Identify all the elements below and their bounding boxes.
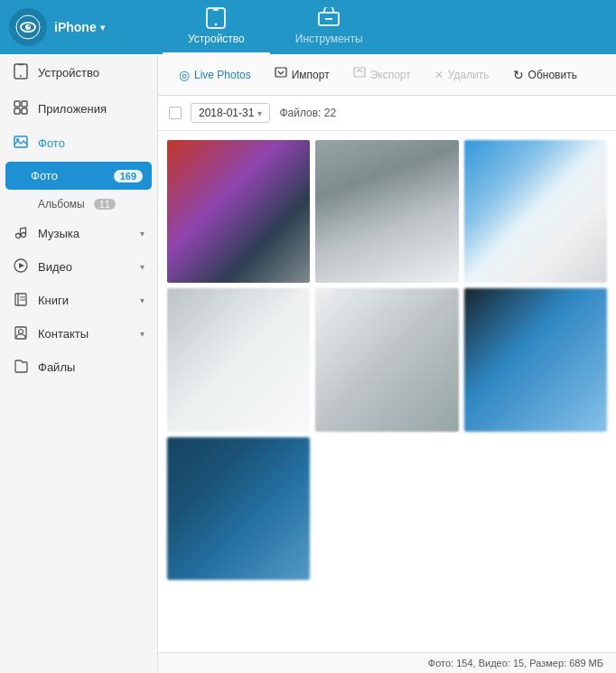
date-filter[interactable]: 2018-01-31 ▾	[191, 103, 270, 123]
svg-rect-15	[22, 108, 27, 114]
svg-marker-21	[19, 263, 24, 268]
photo-item[interactable]	[315, 288, 458, 431]
content-area: ◎ Live Photos Импорт	[158, 54, 616, 673]
photo-item[interactable]	[464, 288, 607, 431]
photo-item[interactable]	[167, 140, 310, 283]
photo-item[interactable]	[315, 140, 458, 283]
contacts-icon	[13, 325, 29, 342]
refresh-button[interactable]: ↻ Обновить	[503, 62, 587, 88]
sidebar-item-device[interactable]: Устройство	[0, 54, 157, 91]
export-icon	[353, 67, 366, 82]
books-chevron-icon: ▾	[140, 295, 145, 305]
photo-item[interactable]	[464, 140, 607, 283]
sidebar-item-books[interactable]: Книги ▾	[0, 284, 157, 317]
header-tabs: Устройство Инструменты	[163, 0, 388, 55]
status-bar: Фото: 154, Видео: 15, Размер: 689 МБ	[158, 652, 616, 673]
photo-item[interactable]	[167, 288, 310, 431]
live-photos-button[interactable]: ◎ Live Photos	[169, 62, 261, 88]
files-count: Файлов: 22	[279, 107, 336, 119]
import-icon	[275, 67, 287, 82]
books-icon	[13, 292, 29, 309]
tab-device[interactable]: Устройство	[163, 0, 270, 55]
device-name[interactable]: iPhone ▾	[54, 20, 105, 34]
photo-item[interactable]	[167, 437, 310, 580]
sidebar-item-photos-parent[interactable]: Фото	[0, 126, 157, 160]
sidebar-item-apps[interactable]: Приложения	[0, 91, 157, 126]
filter-bar: 2018-01-31 ▾ Файлов: 22	[158, 96, 616, 131]
sidebar-item-contacts[interactable]: Контакты ▾	[0, 317, 157, 351]
svg-rect-14	[14, 108, 20, 114]
sidebar-item-music[interactable]: Музыка ▾	[0, 217, 157, 250]
sidebar-item-video[interactable]: Видео ▾	[0, 250, 157, 284]
svg-point-18	[16, 234, 21, 238]
svg-point-3	[28, 25, 30, 27]
delete-icon: ✕	[434, 69, 443, 81]
header: iPhone ▾ Устройство Инструменты	[0, 0, 616, 54]
svg-point-6	[215, 23, 218, 25]
files-icon	[13, 359, 29, 376]
svg-rect-5	[213, 9, 219, 11]
svg-rect-28	[275, 68, 286, 77]
sidebar-item-files[interactable]: Файлы	[0, 351, 157, 384]
svg-point-19	[22, 233, 26, 238]
date-chevron-icon: ▾	[257, 108, 262, 118]
tab-tools[interactable]: Инструменты	[270, 0, 388, 55]
svg-point-11	[20, 75, 22, 77]
apps-icon	[13, 100, 29, 117]
sidebar-item-albums[interactable]: Альбомы 11	[0, 192, 157, 217]
svg-rect-13	[22, 101, 27, 107]
music-chevron-icon: ▾	[140, 229, 145, 238]
albums-badge: 11	[94, 199, 116, 210]
svg-rect-12	[14, 101, 20, 107]
status-text: Фото: 154, Видео: 15, Размер: 689 МБ	[428, 658, 603, 668]
select-all-checkbox[interactable]	[169, 107, 182, 119]
delete-button[interactable]: ✕ Удалить	[425, 63, 499, 87]
app-logo	[9, 8, 47, 46]
svg-point-2	[25, 24, 31, 30]
video-icon	[13, 258, 29, 276]
chevron-down-icon: ▾	[100, 23, 105, 33]
music-icon	[13, 225, 29, 242]
contacts-chevron-icon: ▾	[140, 329, 145, 339]
svg-point-27	[19, 330, 23, 334]
sidebar: Устройство Приложения Фот	[0, 54, 158, 673]
refresh-icon: ↻	[513, 68, 524, 82]
sidebar-item-photos-active[interactable]: Фото 169	[5, 162, 152, 190]
video-chevron-icon: ▾	[140, 262, 145, 272]
photos-badge: 169	[114, 170, 143, 182]
svg-point-17	[16, 138, 19, 141]
logo-area: iPhone ▾	[9, 8, 145, 46]
import-button[interactable]: Импорт	[265, 61, 340, 88]
device-icon	[13, 63, 29, 82]
main-layout: Устройство Приложения Фот	[0, 54, 616, 673]
photo-grid	[158, 131, 616, 652]
photos-icon	[13, 136, 29, 151]
export-button[interactable]: Экспорт	[343, 61, 421, 88]
live-photos-icon: ◎	[179, 68, 190, 82]
toolbar: ◎ Live Photos Импорт	[158, 54, 616, 96]
